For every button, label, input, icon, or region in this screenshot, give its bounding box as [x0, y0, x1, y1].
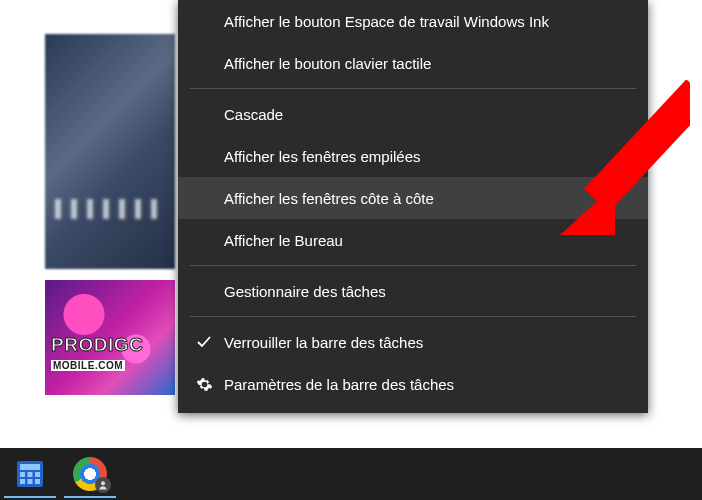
menu-item-label: Afficher les fenêtres côte à côte	[224, 190, 628, 207]
prodige-logo-main: PRODIGC	[51, 334, 143, 356]
check-icon	[192, 334, 216, 350]
menu-item-lock-taskbar[interactable]: Verrouiller la barre des tâches	[178, 321, 648, 363]
menu-separator	[190, 316, 636, 317]
menu-item-stacked-windows[interactable]: Afficher les fenêtres empilées	[178, 135, 648, 177]
svg-rect-5	[28, 472, 33, 477]
taskbar	[0, 448, 702, 500]
taskbar-button-calculator[interactable]	[0, 450, 60, 498]
prodige-logo-sub: MOBILE.COM	[51, 360, 125, 371]
chrome-icon	[73, 457, 107, 491]
menu-item-cascade[interactable]: Cascade	[178, 93, 648, 135]
menu-item-side-by-side-windows[interactable]: Afficher les fenêtres côte à côte	[178, 177, 648, 219]
svg-point-10	[101, 481, 105, 485]
chrome-profile-badge-icon	[95, 477, 111, 493]
menu-item-label: Cascade	[224, 106, 628, 123]
menu-item-label: Afficher les fenêtres empilées	[224, 148, 628, 165]
menu-item-label: Afficher le Bureau	[224, 232, 628, 249]
menu-item-label: Gestionnaire des tâches	[224, 283, 628, 300]
svg-rect-4	[20, 472, 25, 477]
menu-item-touch-keyboard[interactable]: Afficher le bouton clavier tactile	[178, 42, 648, 84]
menu-item-label: Afficher le bouton Espace de travail Win…	[224, 13, 628, 30]
taskbar-button-chrome[interactable]	[60, 450, 120, 498]
menu-item-label: Verrouiller la barre des tâches	[224, 334, 628, 351]
menu-separator	[190, 88, 636, 89]
svg-rect-7	[20, 479, 25, 484]
menu-item-windows-ink[interactable]: Afficher le bouton Espace de travail Win…	[178, 0, 648, 42]
svg-rect-8	[28, 479, 33, 484]
svg-rect-9	[35, 479, 40, 484]
svg-rect-6	[35, 472, 40, 477]
menu-item-label: Paramètres de la barre des tâches	[224, 376, 628, 393]
taskbar-context-menu: Afficher le bouton Espace de travail Win…	[178, 0, 648, 413]
menu-item-task-manager[interactable]: Gestionnaire des tâches	[178, 270, 648, 312]
menu-item-show-desktop[interactable]: Afficher le Bureau	[178, 219, 648, 261]
background-thumbnail-1	[45, 34, 175, 269]
svg-rect-3	[20, 464, 40, 470]
menu-separator	[190, 265, 636, 266]
calculator-icon	[14, 458, 46, 490]
menu-item-taskbar-settings[interactable]: Paramètres de la barre des tâches	[178, 363, 648, 405]
menu-item-label: Afficher le bouton clavier tactile	[224, 55, 628, 72]
gear-icon	[192, 376, 216, 393]
background-thumbnail-2: PRODIGC MOBILE.COM	[45, 280, 175, 395]
